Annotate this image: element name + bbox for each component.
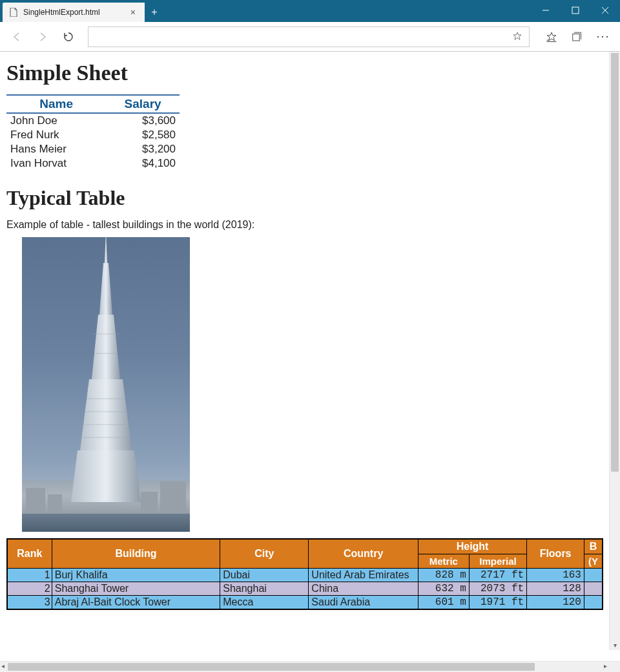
svg-rect-6: [573, 34, 580, 41]
col-metric: Metric: [418, 554, 469, 569]
favorites-list-icon[interactable]: [540, 25, 563, 48]
scrollbar-thumb[interactable]: [611, 53, 619, 472]
table-row: Fred Nurk$2,580: [6, 128, 180, 142]
horizontal-scrollbar[interactable]: ◂ ▸: [0, 661, 620, 672]
tower-icon: [67, 237, 145, 502]
col-built-sub-partial: (Y: [584, 554, 603, 569]
table-row: John Doe$3,600: [6, 113, 180, 128]
salary-table: Name Salary John Doe$3,600 Fred Nurk$2,5…: [6, 94, 180, 171]
table-row: 3 Abraj Al-Bait Clock Tower Mecca Saudi …: [7, 596, 603, 610]
building-image: [22, 237, 190, 532]
table-header-row: Name Salary: [6, 95, 180, 113]
svg-marker-10: [80, 379, 132, 450]
scroll-left-icon[interactable]: ◂: [1, 662, 5, 669]
browser-tab[interactable]: SingleHtmlExport.html ×: [3, 3, 145, 22]
buildings-table: Rank Building City Country Height Floors…: [6, 538, 603, 610]
titlebar: SingleHtmlExport.html × +: [0, 0, 620, 22]
page-content: Simple Sheet Name Salary John Doe$3,600 …: [0, 52, 610, 610]
table-row: 2 Shanghai Tower Shanghai China 632 m 20…: [7, 582, 603, 596]
col-building: Building: [52, 539, 220, 569]
table-caption: Example of table - tallest buildings in …: [6, 219, 603, 231]
browser-toolbar: ···: [0, 22, 620, 52]
more-menu-icon[interactable]: ···: [592, 25, 615, 48]
table-row: Ivan Horvat$4,100: [6, 156, 180, 171]
svg-marker-7: [105, 237, 107, 263]
svg-marker-11: [71, 450, 141, 502]
col-imperial: Imperial: [469, 554, 526, 569]
svg-marker-9: [92, 315, 120, 379]
scroll-down-icon[interactable]: ▾: [610, 642, 620, 649]
tab-title: SingleHtmlExport.html: [23, 8, 100, 17]
tab-close-icon[interactable]: ×: [128, 6, 138, 19]
maximize-button[interactable]: [561, 0, 590, 21]
forward-button[interactable]: [31, 25, 54, 48]
col-name: Name: [6, 95, 106, 113]
close-button[interactable]: [590, 0, 620, 21]
col-built-partial: B: [584, 539, 603, 554]
col-city: City: [220, 539, 309, 569]
col-height: Height: [418, 539, 526, 554]
file-icon: [9, 8, 18, 17]
col-rank: Rank: [7, 539, 52, 569]
window-controls: [531, 0, 620, 21]
new-tab-button[interactable]: +: [145, 3, 164, 22]
back-button[interactable]: [5, 25, 28, 48]
scrollbar-thumb[interactable]: [8, 663, 535, 671]
table-header-row: Rank Building City Country Height Floors…: [7, 539, 603, 554]
scroll-right-icon[interactable]: ▸: [604, 662, 607, 669]
vertical-scrollbar[interactable]: ▾: [609, 52, 620, 650]
col-floors: Floors: [527, 539, 584, 569]
col-country: Country: [309, 539, 418, 569]
heading-typical-table: Typical Table: [6, 186, 603, 210]
svg-marker-8: [99, 263, 112, 315]
table-row: Hans Meier$3,200: [6, 142, 180, 156]
table-row: 1 Burj Khalifa Dubai United Arab Emirate…: [7, 569, 603, 582]
address-bar[interactable]: [88, 26, 530, 47]
col-salary: Salary: [106, 95, 180, 113]
collections-icon[interactable]: [564, 25, 588, 48]
svg-rect-1: [572, 7, 579, 14]
heading-simple-sheet: Simple Sheet: [6, 61, 603, 85]
refresh-button[interactable]: [57, 25, 80, 48]
favorite-icon[interactable]: [512, 31, 524, 43]
minimize-button[interactable]: [531, 0, 561, 21]
